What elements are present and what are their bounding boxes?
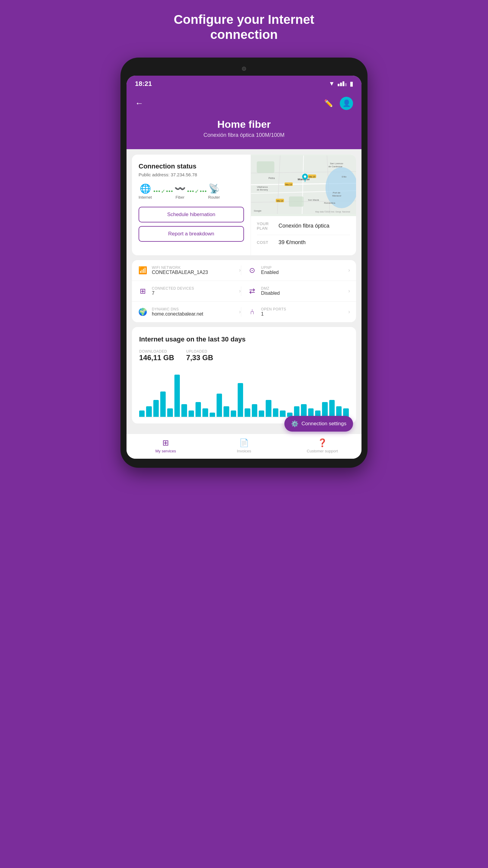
main-content: Connection status Public address: 37.234… <box>127 149 361 434</box>
open-ports-icon: ⑃ <box>247 308 257 316</box>
uploaded-stat: UPLOADED 7,33 GB <box>186 349 213 362</box>
bar-7 <box>189 410 194 417</box>
svg-text:Ma-15: Ma-15 <box>308 176 315 178</box>
svg-text:Son Macià: Son Macià <box>308 198 319 201</box>
svg-rect-9 <box>257 161 274 173</box>
wifi-network-info: WIFI NETWORK CONECTABALEAR_1A23 <box>152 266 235 275</box>
profile-avatar[interactable]: 👤 <box>340 97 353 110</box>
cost-value: 39 €/month <box>279 239 306 246</box>
dmz-value: Disabled <box>261 290 344 296</box>
bar-23 <box>301 404 306 417</box>
your-plan-label: YOUR PLAN <box>257 221 275 230</box>
invoices-label: Invoices <box>237 449 251 453</box>
internet-icon: 🌐 <box>140 183 151 194</box>
bar-22 <box>294 406 299 417</box>
svg-text:de Cardessar: de Cardessar <box>328 165 343 168</box>
device-frame: 18:21 ▼ ▮ ← ✏️ 👤 Home fiber <box>121 58 367 468</box>
svg-text:Google: Google <box>254 210 261 212</box>
bar-16 <box>252 404 257 417</box>
dmz-item[interactable]: ⇄ DMZ Disabled › <box>241 286 350 296</box>
uploaded-label: UPLOADED <box>186 349 213 353</box>
bar-3 <box>160 392 166 417</box>
svg-rect-10 <box>289 196 304 207</box>
internet-icon-group: 🌐 Internet <box>138 183 152 199</box>
signal-bar-4 <box>345 83 347 86</box>
connected-devices-icon: ⊞ <box>138 287 148 296</box>
fab-label: Connection settings <box>301 421 347 427</box>
dmz-label: DMZ <box>261 286 344 290</box>
dynamic-dns-info: DYNAMIC DNS home.conectabalear.net <box>152 307 235 317</box>
upnp-icon: ⊙ <box>247 266 257 275</box>
top-bar: ← ✏️ 👤 <box>127 92 361 119</box>
signal-bar-2 <box>340 83 342 86</box>
status-icons: ▼ ▮ <box>329 80 353 87</box>
bar-28 <box>336 406 341 417</box>
bar-19 <box>273 408 278 417</box>
svg-text:Map data ©2020 Inst. Geogr. Na: Map data ©2020 Inst. Geogr. Nacional <box>315 211 350 213</box>
my-services-label: My services <box>156 449 176 453</box>
dmz-info: DMZ Disabled <box>261 286 344 296</box>
bar-1 <box>146 406 152 417</box>
dynamic-dns-item[interactable]: 🌍 DYNAMIC DNS home.conectabalear.net › <box>138 307 241 317</box>
report-breakdown-button[interactable]: Report a breakdown <box>138 226 244 242</box>
net-row-wifi: 📶 WIFI NETWORK CONECTABALEAR_1A23 › ⊙ UP… <box>132 260 356 281</box>
my-services-icon: ⊞ <box>162 438 169 447</box>
bar-4 <box>167 408 173 417</box>
wifi-network-item[interactable]: 📶 WIFI NETWORK CONECTABALEAR_1A23 › <box>138 266 241 275</box>
nav-item-customer-support[interactable]: ❓ Customer support <box>283 438 361 453</box>
connection-right-panel: Petra San Lorenzo de Cardessar Villafran… <box>251 155 356 255</box>
edit-button[interactable]: ✏️ <box>324 99 333 107</box>
dot-separator-2: ✓ <box>187 188 206 195</box>
connected-devices-info: CONNECTED DEVICES 7 <box>152 286 235 296</box>
router-icon: 📡 <box>208 183 220 194</box>
cost-label: COST <box>257 240 275 245</box>
dynamic-dns-icon: 🌍 <box>138 308 148 316</box>
cost-row: COST 39 €/month <box>257 239 350 246</box>
nav-item-my-services[interactable]: ⊞ My services <box>127 438 205 453</box>
back-button[interactable]: ← <box>135 98 143 108</box>
open-ports-item[interactable]: ⑃ OPEN PORTS 1 › <box>241 307 350 317</box>
plan-row: YOUR PLAN Conexión fibra óptica <box>257 221 350 230</box>
connection-settings-fab[interactable]: ⚙️ Connection settings <box>284 416 353 432</box>
bar-8 <box>195 402 201 417</box>
screen: 18:21 ▼ ▮ ← ✏️ 👤 Home fiber <box>127 76 361 459</box>
invoices-icon: 📄 <box>239 438 249 447</box>
connected-devices-item[interactable]: ⊞ CONNECTED DEVICES 7 › <box>138 286 241 296</box>
fiber-label: Fiber <box>175 195 185 199</box>
downloaded-label: DOWNLOADED <box>139 349 174 353</box>
wifi-network-value: CONECTABALEAR_1A23 <box>152 270 235 275</box>
nav-item-invoices[interactable]: 📄 Invoices <box>205 438 283 453</box>
bar-27 <box>329 400 335 417</box>
upnp-value: Enabled <box>261 270 344 275</box>
dmz-arrow-icon: › <box>348 288 350 294</box>
bar-26 <box>322 402 327 417</box>
bar-13 <box>231 410 236 417</box>
open-ports-label: OPEN PORTS <box>261 307 344 311</box>
downloaded-stat: DOWNLOADED 146,11 GB <box>139 349 174 362</box>
service-subtitle: Conexión fibra óptica 100M/100M <box>135 132 353 138</box>
bar-10 <box>210 412 215 417</box>
schedule-hibernation-button[interactable]: Schedule hibernation <box>138 207 244 222</box>
svg-text:de Bonany: de Bonany <box>257 188 268 191</box>
time-display: 18:21 <box>135 80 152 88</box>
plan-divider <box>257 235 350 235</box>
signal-bar-1 <box>338 84 339 86</box>
svg-text:Ma-15: Ma-15 <box>285 183 292 186</box>
svg-text:Ma-14: Ma-14 <box>276 199 284 202</box>
bar-9 <box>202 408 208 417</box>
top-bar-actions: ✏️ 👤 <box>324 97 353 110</box>
bar-29 <box>343 408 349 417</box>
bar-0 <box>139 410 144 417</box>
upnp-item[interactable]: ⊙ UPNP Enabled › <box>241 266 350 275</box>
network-settings-card: 📶 WIFI NETWORK CONECTABALEAR_1A23 › ⊙ UP… <box>132 260 356 322</box>
dmz-icon: ⇄ <box>247 287 257 296</box>
bar-2 <box>153 400 159 417</box>
usage-card: Internet usage on the last 30 days DOWNL… <box>132 327 356 424</box>
connection-status-title: Connection status <box>138 162 244 170</box>
wifi-status-icon: ▼ <box>329 80 335 87</box>
usage-stats: DOWNLOADED 146,11 GB UPLOADED 7,33 GB <box>139 349 349 362</box>
connection-left-panel: Connection status Public address: 37.234… <box>132 155 251 255</box>
usage-title: Internet usage on the last 30 days <box>139 336 349 343</box>
fiber-icon: 〰️ <box>174 183 186 194</box>
screen-header: Home fiber Conexión fibra óptica 100M/10… <box>127 119 361 149</box>
